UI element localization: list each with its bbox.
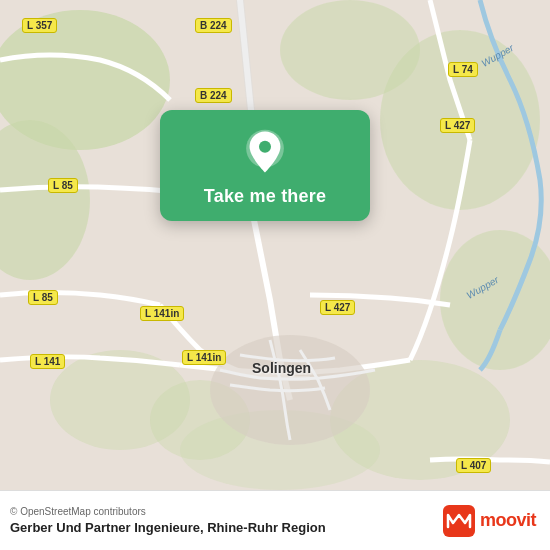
road-label-l357: L 357 bbox=[22, 18, 57, 33]
road-label-l427-top: L 427 bbox=[440, 118, 475, 133]
svg-point-8 bbox=[280, 0, 420, 100]
location-card[interactable]: Take me there bbox=[160, 110, 370, 221]
moovit-text: moovit bbox=[480, 510, 536, 531]
road-label-l85-top: L 85 bbox=[48, 178, 78, 193]
road-label-l141in-2: L 141in bbox=[182, 350, 226, 365]
osm-credit: © OpenStreetMap contributors bbox=[10, 506, 326, 517]
svg-point-13 bbox=[259, 141, 271, 153]
road-label-l85-bot: L 85 bbox=[28, 290, 58, 305]
place-name: Gerber Und Partner Ingenieure, Rhine-Ruh… bbox=[10, 520, 326, 535]
bottom-bar: © OpenStreetMap contributors Gerber Und … bbox=[0, 490, 550, 550]
road-label-l141: L 141 bbox=[30, 354, 65, 369]
road-label-b224-mid: B 224 bbox=[195, 88, 232, 103]
location-pin-icon bbox=[241, 128, 289, 176]
road-label-b224-top: B 224 bbox=[195, 18, 232, 33]
take-me-there-button[interactable]: Take me there bbox=[204, 186, 326, 207]
road-label-l141in-1: L 141in bbox=[140, 306, 184, 321]
road-label-l407: L 407 bbox=[456, 458, 491, 473]
city-label-solingen: Solingen bbox=[252, 360, 311, 376]
map-container: L 357 B 224 B 224 L 74 L 427 L 85 L 85 L… bbox=[0, 0, 550, 490]
road-label-l74: L 74 bbox=[448, 62, 478, 77]
moovit-logo: moovit bbox=[443, 505, 536, 537]
bottom-info: © OpenStreetMap contributors Gerber Und … bbox=[10, 506, 326, 535]
moovit-icon bbox=[443, 505, 475, 537]
road-label-l427-bot: L 427 bbox=[320, 300, 355, 315]
